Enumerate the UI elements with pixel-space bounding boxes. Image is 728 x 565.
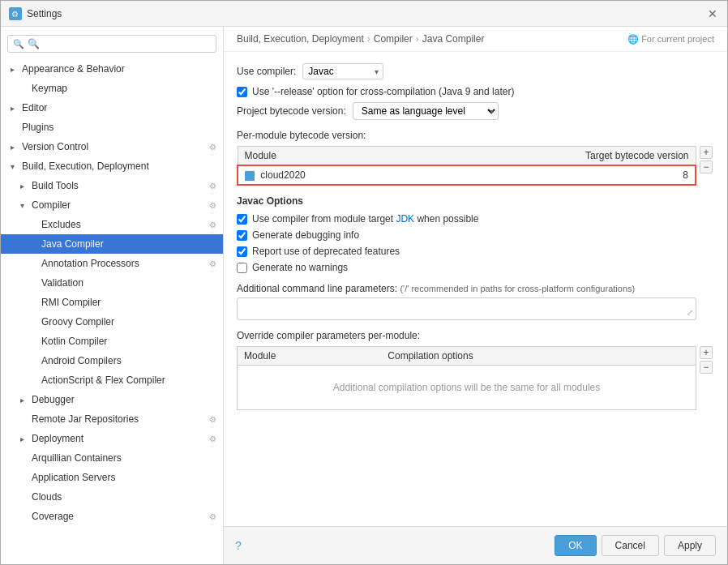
settings-wrench-icon: ⚙ xyxy=(209,141,216,153)
sidebar-item-actionscript-flex-compiler[interactable]: ActionScript & Flex Compiler xyxy=(1,370,223,390)
module-name-cell: cloud2020 xyxy=(238,165,416,185)
override-table: Module Compilation options Additional co… xyxy=(237,346,696,410)
javac-checkbox-use-from-module: Use compiler from module target JDK when… xyxy=(237,213,714,225)
search-icon: 🔍 xyxy=(13,39,24,49)
add-module-button[interactable]: + xyxy=(700,146,713,159)
close-button[interactable]: ✕ xyxy=(706,7,719,20)
cmd-input-area: ⤢ xyxy=(237,297,696,320)
use-compiler-label: Use compiler: xyxy=(237,66,296,77)
bytecode-version-label: Project bytecode version: xyxy=(237,105,346,117)
override-table-wrapper: Module Compilation options Additional co… xyxy=(237,346,696,410)
add-override-button[interactable]: + xyxy=(700,346,713,359)
help-button[interactable]: ? xyxy=(235,539,242,552)
sidebar-item-label: RMI Compiler xyxy=(41,295,216,310)
use-from-module-checkbox[interactable] xyxy=(237,214,247,225)
sidebar-item-validation[interactable]: Validation xyxy=(1,273,223,293)
table-row[interactable]: cloud2020 8 xyxy=(238,165,696,185)
breadcrumb-bar: Build, Execution, Deployment › Compiler … xyxy=(224,27,727,52)
panel-main: Use compiler: Javac Eclipse Ajc Use '--r… xyxy=(224,52,727,526)
settings-wrench-icon: ⚙ xyxy=(209,180,216,192)
breadcrumb-sep-1: › xyxy=(367,33,370,45)
settings-wrench-icon: ⚙ xyxy=(209,511,216,523)
sidebar-item-label: Editor xyxy=(22,101,216,115)
expand-icon[interactable]: ⤢ xyxy=(687,308,693,317)
sidebar-item-build-tools[interactable]: ▸Build Tools⚙ xyxy=(1,176,223,195)
sidebar-item-label: Validation xyxy=(41,276,216,290)
sidebar-item-remote-jar-repositories[interactable]: Remote Jar Repositories⚙ xyxy=(1,409,223,429)
javac-options-title: Javac Options xyxy=(237,195,714,207)
tree-arrow: ▸ xyxy=(11,141,19,153)
tree-arrow: ▸ xyxy=(20,180,28,192)
sidebar-item-kotlin-compiler[interactable]: Kotlin Compiler xyxy=(1,332,223,351)
apply-button[interactable]: Apply xyxy=(664,535,716,556)
breadcrumb-part-1: Build, Execution, Deployment xyxy=(237,33,364,45)
cmd-params-label: Additional command line parameters: ('/'… xyxy=(237,283,714,294)
breadcrumb: Build, Execution, Deployment › Compiler … xyxy=(237,33,484,45)
ok-button[interactable]: OK xyxy=(555,535,596,556)
sidebar-item-label: Arquillian Containers xyxy=(32,451,216,465)
sidebar-item-label: Android Compilers xyxy=(41,353,216,368)
gen-debug-label: Generate debugging info xyxy=(252,229,359,241)
bytecode-select[interactable]: Same as language level 8 11 17 xyxy=(353,102,499,120)
sidebar-item-android-compilers[interactable]: Android Compilers xyxy=(1,351,223,370)
bytecode-select-wrapper[interactable]: Same as language level 8 11 17 xyxy=(353,102,499,120)
sidebar-tree: ▸Appearance & BehaviorKeymap▸EditorPlugi… xyxy=(1,59,223,526)
cmd-hint: ('/' recommended in paths for cross-plat… xyxy=(400,284,635,293)
sidebar-item-label: Build, Execution, Deployment xyxy=(22,159,216,173)
cmd-input[interactable] xyxy=(237,297,696,320)
sidebar-item-groovy-compiler[interactable]: Groovy Compiler xyxy=(1,312,223,332)
use-compiler-row: Use compiler: Javac Eclipse Ajc xyxy=(237,63,714,79)
bottom-bar: ? OK Cancel Apply xyxy=(224,526,727,564)
sidebar-item-label: Annotation Processors xyxy=(41,256,209,271)
tree-arrow: ▸ xyxy=(20,394,28,406)
sidebar-item-coverage[interactable]: Coverage⚙ xyxy=(1,507,223,526)
version-col-header: Target bytecode version xyxy=(416,147,696,166)
search-input[interactable] xyxy=(28,38,211,49)
remove-override-button[interactable]: − xyxy=(700,361,713,374)
sidebar-item-label: Java Compiler xyxy=(41,237,216,251)
use-from-module-label: Use compiler from module target JDK when… xyxy=(252,213,478,225)
sidebar-item-appearance-behavior[interactable]: ▸Appearance & Behavior xyxy=(1,59,223,79)
breadcrumb-sep-2: › xyxy=(416,33,419,45)
report-deprecated-checkbox[interactable] xyxy=(237,246,247,257)
module-table: Module Target bytecode version cloud2020 xyxy=(237,146,696,186)
right-panel: Build, Execution, Deployment › Compiler … xyxy=(224,27,727,564)
cross-compile-checkbox[interactable] xyxy=(237,87,247,97)
tree-arrow: ▾ xyxy=(20,199,28,212)
gen-debug-checkbox[interactable] xyxy=(237,230,247,241)
sidebar-item-deployment[interactable]: ▸Deployment⚙ xyxy=(1,429,223,448)
sidebar-item-excludes[interactable]: Excludes⚙ xyxy=(1,215,223,234)
sidebar-item-label: Keymap xyxy=(32,81,216,96)
main-content: 🔍 ▸Appearance & BehaviorKeymap▸EditorPlu… xyxy=(1,27,727,564)
sidebar-item-java-compiler[interactable]: Java Compiler xyxy=(1,234,223,254)
settings-wrench-icon: ⚙ xyxy=(209,258,216,270)
jdk-link[interactable]: JDK xyxy=(396,213,414,225)
remove-module-button[interactable]: − xyxy=(700,161,713,173)
svg-text:⚙: ⚙ xyxy=(11,10,19,19)
settings-wrench-icon: ⚙ xyxy=(209,433,216,445)
sidebar-item-label: Remote Jar Repositories xyxy=(32,412,209,426)
no-warnings-checkbox[interactable] xyxy=(237,263,247,273)
sidebar-item-editor[interactable]: ▸Editor xyxy=(1,98,223,118)
sidebar-item-clouds[interactable]: Clouds xyxy=(1,487,223,507)
sidebar-item-compiler[interactable]: ▾Compiler⚙ xyxy=(1,195,223,215)
compiler-select-wrapper[interactable]: Javac Eclipse Ajc xyxy=(302,63,383,79)
sidebar-item-plugins[interactable]: Plugins xyxy=(1,118,223,137)
override-label: Override compiler parameters per-module: xyxy=(237,330,714,341)
sidebar-item-keymap[interactable]: Keymap xyxy=(1,79,223,98)
compiler-select[interactable]: Javac Eclipse Ajc xyxy=(302,63,383,79)
sidebar-item-application-servers[interactable]: Application Servers xyxy=(1,468,223,487)
override-col2-header: Compilation options xyxy=(381,347,696,366)
sidebar-item-rmi-compiler[interactable]: RMI Compiler xyxy=(1,293,223,312)
sidebar-item-build-execution-deployment[interactable]: ▾Build, Execution, Deployment xyxy=(1,156,223,176)
override-empty-text: Additional compilation options will be t… xyxy=(238,366,696,410)
cancel-button[interactable]: Cancel xyxy=(602,535,659,556)
settings-wrench-icon: ⚙ xyxy=(209,199,216,212)
sidebar-item-debugger[interactable]: ▸Debugger xyxy=(1,390,223,409)
search-box[interactable]: 🔍 xyxy=(7,35,216,53)
sidebar-item-annotation-processors[interactable]: Annotation Processors⚙ xyxy=(1,254,223,273)
sidebar-item-arquillian-containers[interactable]: Arquillian Containers xyxy=(1,448,223,468)
override-table-controls: + − xyxy=(700,346,713,374)
for-current-project: 🌐 For current project xyxy=(627,34,714,45)
sidebar-item-version-control[interactable]: ▸Version Control⚙ xyxy=(1,137,223,156)
